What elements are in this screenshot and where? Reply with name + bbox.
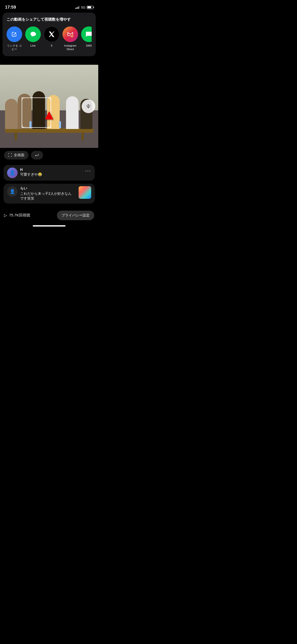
person5 (66, 96, 79, 129)
instagram-direct-icon (62, 26, 78, 42)
copy-link-icon (7, 26, 22, 42)
person1 (5, 99, 18, 129)
comment-2: 👤 らい これだから末っ子2人が好きなんです笑笑 (4, 184, 95, 204)
x-label: X (51, 44, 52, 47)
fullscreen-button[interactable]: ⛶ 全画面 (4, 151, 28, 159)
play-icon: ▷ (4, 213, 7, 218)
comment-1-username: H (20, 168, 42, 172)
more-options-icon: ··· (85, 168, 91, 174)
x-icon (44, 26, 59, 42)
network-label: 5G (81, 6, 85, 9)
profile-sticker (79, 186, 91, 199)
share-item-line[interactable]: Line (25, 26, 41, 51)
corner-tr (48, 98, 51, 100)
video-controls: ⛶ 全画面 ⮐ (0, 148, 98, 163)
video-section: ▲ (0, 65, 98, 148)
status-bar: 17:59 5G (0, 0, 98, 13)
home-indicator (0, 223, 98, 229)
below-video-area: 🤍 8,910 💬 29 🔖 632 ⛶ 全画面 ⮐ 👤 (0, 148, 98, 223)
share-title: この動画をシェアして視聴数を増やす (7, 17, 92, 22)
fullscreen-label: 全画面 (14, 153, 24, 157)
comment-1-text: 可愛すぎや😂 (20, 172, 42, 177)
comment-1-more[interactable]: ··· (85, 168, 91, 174)
line-label: Line (30, 44, 36, 47)
corner-tl (22, 98, 24, 100)
bottom-bar: ▷ 75.7K回視聴 プライバシー設定 (0, 207, 98, 223)
loop-icon: ⮐ (35, 153, 39, 157)
bottle2 (59, 121, 61, 128)
privacy-settings-button[interactable]: プライバシー設定 (57, 211, 94, 220)
comment-2-text: これだから末っ子2人が好きなんです笑笑 (20, 191, 74, 201)
scene-table-leg2 (82, 132, 84, 140)
loop-button[interactable]: ⮐ (31, 151, 43, 159)
video-background: ▲ (0, 65, 98, 148)
comment-2-sticker (79, 186, 91, 199)
gap (0, 60, 98, 65)
comment-2-body: らい これだから末っ子2人が好きなんです笑笑 (20, 186, 74, 201)
comments-section: 👤 H 可愛すぎや😂 ··· 👤 らい これだから末っ子2人が好きなんです笑笑 (0, 165, 98, 204)
line-icon (25, 26, 41, 42)
battery-icon (87, 6, 93, 9)
send-button[interactable] (82, 100, 95, 113)
status-icons: 5G (75, 6, 93, 9)
share-item-sms[interactable]: SMS (81, 26, 92, 51)
share-item-copy-link[interactable]: リンクを コピー (7, 26, 22, 51)
share-panel: この動画をシェアして視聴数を増やす リンクを コピー Line (3, 13, 96, 56)
scene-table-leg1 (15, 132, 17, 140)
view-count-area: ▷ 75.7K回視聴 (4, 213, 30, 218)
comment-1-body: H 可愛すぎや😂 (20, 168, 42, 177)
share-item-instagram-direct[interactable]: Instagram Direct (62, 26, 78, 51)
comment-1: 👤 H 可愛すぎや😂 ··· (4, 165, 95, 181)
status-time: 17:59 (5, 5, 16, 10)
share-icons-row: リンクを コピー Line X (7, 26, 92, 51)
corner-br (48, 125, 51, 127)
home-bar (33, 225, 65, 227)
fullscreen-icon: ⛶ (8, 153, 12, 157)
red-arrow: ▲ (42, 106, 56, 123)
corner-bl (22, 125, 24, 127)
share-item-x[interactable]: X (44, 26, 59, 51)
instagram-direct-label: Instagram Direct (62, 44, 78, 51)
signal-icon (75, 6, 80, 9)
comment-1-avatar: 👤 (7, 168, 18, 178)
sms-label: SMS (86, 44, 92, 47)
copy-link-label: リンクを コピー (7, 44, 22, 51)
sms-icon (81, 26, 92, 42)
view-count: 75.7K回視聴 (9, 213, 30, 218)
comment-2-username: らい (20, 186, 74, 191)
comment-2-avatar: 👤 (7, 186, 18, 197)
